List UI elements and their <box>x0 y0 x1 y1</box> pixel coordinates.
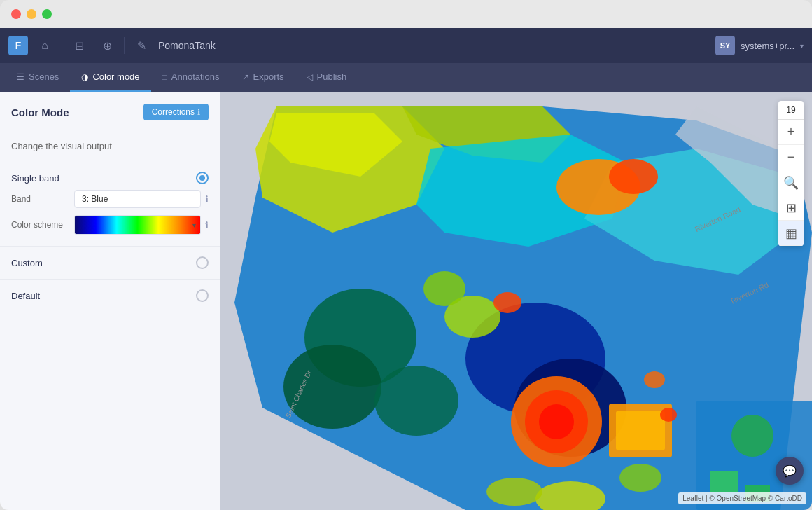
tab-publish[interactable]: ◁ Publish <box>295 63 358 92</box>
tab-color-mode-label: Color mode <box>92 71 139 82</box>
single-band-radio[interactable] <box>196 172 209 184</box>
nav-separator <box>62 37 62 54</box>
user-avatar: SY <box>715 36 735 55</box>
share-button[interactable]: ⊕ <box>96 34 118 57</box>
exports-icon: ↗ <box>242 72 249 82</box>
svg-point-28 <box>486 478 542 506</box>
thermal-overlay <box>220 92 812 510</box>
svg-point-9 <box>374 366 458 436</box>
svg-point-26 <box>660 408 677 422</box>
panel-subtitle: Change the visual output <box>0 132 220 160</box>
single-band-label: Single band <box>11 173 59 184</box>
publish-icon: ◁ <box>307 72 313 82</box>
panel-header: Color Mode Corrections ℹ <box>0 92 220 132</box>
color-mode-icon: ◑ <box>81 72 88 82</box>
tab-bar: ☰ Scenes ◑ Color mode □ Annotations ↗ Ex… <box>0 63 812 92</box>
svg-point-24 <box>493 292 522 313</box>
tab-exports-label: Exports <box>253 71 284 82</box>
svg-rect-19 <box>710 471 738 492</box>
band-dropdown[interactable]: 3: Blue <box>74 190 201 208</box>
chat-button[interactable]: 💬 <box>776 457 804 485</box>
layers-button[interactable]: ⊞ <box>778 195 804 221</box>
custom-radio[interactable] <box>196 256 209 269</box>
tab-scenes[interactable]: ☰ Scenes <box>6 63 70 92</box>
scenes-icon: ☰ <box>17 72 24 82</box>
app-logo: F <box>8 36 28 55</box>
top-nav: F ⌂ ⊟ ⊕ ✎ PomonaTank SY systems+pr... ▾ <box>0 28 812 63</box>
band-label: Band <box>11 194 74 204</box>
save-button[interactable]: ⊟ <box>68 34 90 57</box>
svg-point-25 <box>644 371 665 388</box>
map-area[interactable]: Riverton Road Riverton Rd Saint Charles … <box>220 92 812 510</box>
band-info-icon[interactable]: ℹ <box>205 194 209 205</box>
svg-point-14 <box>539 404 574 439</box>
tab-annotations[interactable]: □ Annotations <box>151 63 231 92</box>
annotations-icon: □ <box>162 72 167 82</box>
tab-color-mode[interactable]: ◑ Color mode <box>70 63 150 92</box>
custom-option[interactable]: Custom <box>0 247 220 280</box>
color-scheme-info-icon[interactable]: ℹ <box>205 220 209 230</box>
tab-exports[interactable]: ↗ Exports <box>231 63 295 92</box>
search-button[interactable]: 🔍 <box>778 170 804 195</box>
band-field-row: Band 3: Blue ℹ <box>11 190 209 208</box>
default-radio[interactable] <box>196 289 209 302</box>
minimize-btn[interactable] <box>27 9 36 19</box>
grid-button[interactable]: ▦ <box>778 221 804 246</box>
custom-label: Custom <box>11 258 43 268</box>
corrections-button[interactable]: Corrections ℹ <box>144 104 209 120</box>
svg-point-18 <box>732 415 774 457</box>
svg-point-8 <box>284 345 382 429</box>
chevron-down-icon: ▾ <box>192 221 196 229</box>
close-btn[interactable] <box>11 9 21 19</box>
svg-point-22 <box>424 271 465 306</box>
project-name-text: PomonaTank <box>158 40 216 51</box>
svg-rect-16 <box>616 411 665 450</box>
band-value: 3: Blue <box>82 194 108 204</box>
tab-publish-label: Publish <box>317 71 347 82</box>
main-layout: Color Mode Corrections ℹ Change the visu… <box>0 92 812 510</box>
color-scheme-dropdown[interactable]: ▾ <box>74 215 201 235</box>
nav-separator-2 <box>124 37 125 54</box>
svg-point-6 <box>609 159 658 194</box>
color-scheme-label: Color scheme <box>11 220 74 230</box>
window-chrome <box>0 0 812 28</box>
user-name: systems+pr... <box>741 41 794 51</box>
tab-annotations-label: Annotations <box>172 71 220 82</box>
zoom-level: 19 <box>778 101 804 120</box>
tab-scenes-label: Scenes <box>29 71 59 82</box>
chevron-down-icon: ▾ <box>800 42 804 50</box>
svg-point-29 <box>620 464 662 492</box>
single-band-section: Single band Band 3: Blue ℹ Color scheme … <box>0 160 220 247</box>
home-button[interactable]: ⌂ <box>34 34 56 57</box>
panel-title: Color Mode <box>11 106 69 118</box>
maximize-btn[interactable] <box>42 9 52 19</box>
corrections-info-icon: ℹ <box>197 108 200 117</box>
map-attribution: Leaflet | © OpenStreetMap © CartoDD <box>678 492 806 504</box>
map-controls: 19 + − 🔍 ⊞ ▦ <box>778 101 804 246</box>
color-scheme-row: Color scheme ▾ ℹ <box>11 215 209 235</box>
edit-button[interactable]: ✎ <box>130 34 153 57</box>
user-menu[interactable]: SY systems+pr... ▾ <box>715 36 804 55</box>
subtitle-text: Change the visual output <box>11 141 112 151</box>
project-name: PomonaTank <box>158 40 216 51</box>
default-option[interactable]: Default <box>0 280 220 312</box>
zoom-in-button[interactable]: + <box>778 120 804 145</box>
single-band-row: Single band <box>11 172 209 184</box>
left-panel: Color Mode Corrections ℹ Change the visu… <box>0 92 220 510</box>
corrections-label: Corrections <box>152 107 195 117</box>
zoom-out-button[interactable]: − <box>778 145 804 170</box>
default-label: Default <box>11 291 40 301</box>
attribution-text: Leaflet | © OpenStreetMap © CartoDD <box>682 495 802 502</box>
